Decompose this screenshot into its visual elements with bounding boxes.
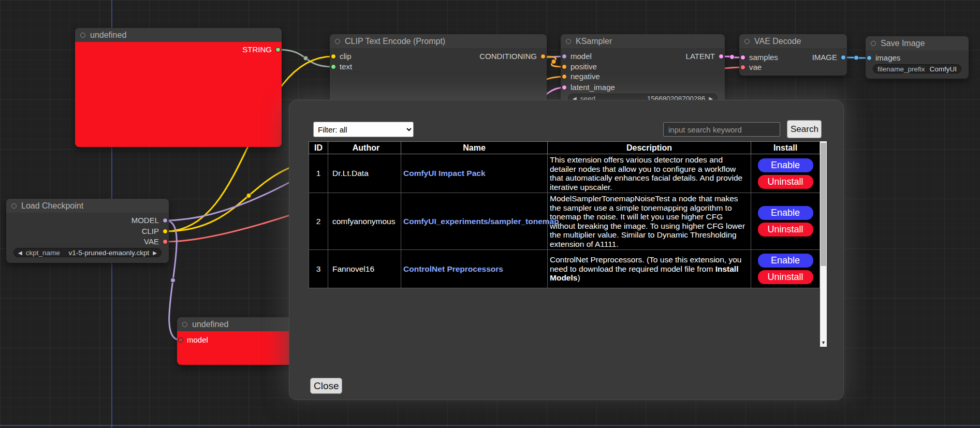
scrollbar[interactable]: ▼	[820, 141, 827, 347]
widget-ckpt_name[interactable]: ◀ckpt_namev1-5-pruned-emaonly.ckpt▶	[13, 248, 162, 257]
uninstall-button[interactable]: Uninstall	[758, 175, 813, 189]
uninstall-button[interactable]: Uninstall	[758, 270, 813, 284]
node-save-image[interactable]: Save Imageimagesfilename_prefixComfyUI	[866, 36, 969, 79]
node-body	[75, 42, 282, 147]
extension-row: 2comfyanonymousComfyUI_experiments/sampl…	[309, 193, 820, 250]
extension-row: 3Fannovel16ControlNet PreprocessorsContr…	[309, 250, 820, 288]
port-label: LATENT	[686, 52, 715, 61]
node-vae-decode[interactable]: VAE DecodesamplesvaeIMAGE	[739, 34, 847, 76]
increment-arrow-icon[interactable]: ▶	[153, 250, 157, 256]
input-port-samples[interactable]: samples	[740, 53, 778, 62]
port-dot-icon[interactable]	[275, 47, 281, 52]
extension-row: 1Dr.Lt.DataComfyUI Impact PackThis exten…	[309, 154, 820, 193]
scrollbar-down-arrow-icon[interactable]: ▼	[820, 340, 827, 346]
widget-filename_prefix[interactable]: filename_prefixComfyUI	[873, 64, 961, 73]
node-title-bar[interactable]: CLIP Text Encode (Prompt)	[330, 34, 547, 48]
input-port-images[interactable]: images	[867, 53, 900, 62]
extension-id: 3	[309, 250, 328, 288]
output-port-string[interactable]: STRING	[242, 45, 281, 54]
port-label: negative	[571, 72, 600, 81]
node-title-bar[interactable]: Load Checkpoint	[6, 199, 169, 213]
port-dot-icon[interactable]	[740, 65, 745, 70]
close-button[interactable]: Close	[310, 378, 342, 394]
port-dot-icon[interactable]	[740, 55, 745, 60]
output-port-image[interactable]: IMAGE	[812, 53, 846, 62]
port-label: STRING	[242, 45, 272, 54]
extension-link[interactable]: ComfyUI_experiments/sampler_tonemap	[403, 217, 559, 226]
node-undefined-bottom[interactable]: undefinedmodel	[177, 317, 296, 365]
scrollbar-thumb[interactable]	[821, 143, 826, 266]
port-dot-icon[interactable]	[841, 55, 846, 60]
port-dot-icon[interactable]	[163, 229, 168, 234]
extension-author: comfyanonymous	[328, 193, 401, 250]
node-title-bar[interactable]: Save Image	[866, 36, 969, 50]
collapse-dot-icon[interactable]	[11, 203, 17, 209]
port-label: VAE	[144, 237, 159, 246]
input-port-latent_image[interactable]: latent_image	[562, 83, 615, 92]
input-port-text[interactable]: text	[331, 62, 352, 71]
search-input[interactable]	[663, 122, 780, 137]
extension-install-cell: EnableUninstall	[751, 193, 820, 250]
extension-link[interactable]: ControlNet Preprocessors	[403, 264, 503, 273]
uninstall-button[interactable]: Uninstall	[758, 223, 813, 237]
extension-install-cell: EnableUninstall	[751, 250, 820, 288]
port-dot-icon[interactable]	[163, 239, 168, 244]
extension-manager-dialog: Filter: all Search IDAuthorNameDescripti…	[289, 100, 844, 400]
node-title: KSampler	[576, 37, 612, 46]
comfyui-canvas[interactable]: undefinedSTRINGCLIP Text Encode (Prompt)…	[0, 0, 980, 428]
port-dot-icon[interactable]	[540, 54, 546, 59]
node-title-bar[interactable]: undefined	[177, 317, 296, 331]
output-port-vae[interactable]: VAE	[144, 237, 168, 246]
collapse-dot-icon[interactable]	[744, 39, 750, 44]
port-dot-icon[interactable]	[331, 64, 336, 69]
search-button[interactable]: Search	[787, 120, 822, 138]
node-title-bar[interactable]: VAE Decode	[739, 34, 847, 48]
collapse-dot-icon[interactable]	[335, 39, 340, 44]
enable-button[interactable]: Enable	[758, 158, 813, 172]
enable-button[interactable]: Enable	[758, 206, 813, 220]
port-dot-icon[interactable]	[331, 54, 336, 59]
column-header-name: Name	[401, 142, 548, 154]
output-port-latent[interactable]: LATENT	[686, 52, 724, 61]
node-title: Save Image	[881, 39, 925, 48]
collapse-dot-icon[interactable]	[871, 41, 876, 46]
port-dot-icon[interactable]	[562, 74, 567, 79]
port-label: images	[875, 53, 900, 62]
output-port-conditioning[interactable]: CONDITIONING	[479, 52, 546, 61]
input-port-model[interactable]: model	[562, 52, 592, 61]
port-label: CONDITIONING	[479, 52, 537, 61]
input-port-negative[interactable]: negative	[562, 72, 600, 81]
extension-table: IDAuthorNameDescriptionInstall1Dr.Lt.Dat…	[309, 141, 820, 288]
port-label: MODEL	[131, 216, 159, 225]
node-title: undefined	[192, 320, 228, 329]
node-title-bar[interactable]: undefined	[75, 28, 282, 42]
filter-select[interactable]: Filter: all	[313, 122, 414, 137]
port-dot-icon[interactable]	[562, 54, 567, 59]
input-port-clip[interactable]: clip	[331, 52, 352, 61]
collapse-dot-icon[interactable]	[566, 39, 571, 44]
input-port-model[interactable]: model	[178, 335, 208, 344]
port-dot-icon[interactable]	[719, 54, 724, 59]
enable-button[interactable]: Enable	[758, 254, 813, 268]
decrement-arrow-icon[interactable]: ◀	[18, 250, 22, 256]
node-undefined-top[interactable]: undefinedSTRING	[75, 28, 282, 147]
output-port-clip[interactable]: CLIP	[142, 227, 168, 235]
collapse-dot-icon[interactable]	[182, 322, 187, 327]
input-port-vae[interactable]: vae	[740, 63, 762, 71]
port-dot-icon[interactable]	[163, 218, 168, 223]
output-port-model[interactable]: MODEL	[131, 216, 168, 225]
node-load-checkpoint[interactable]: Load CheckpointMODELCLIPVAE◀ckpt_namev1-…	[6, 199, 169, 263]
input-port-positive[interactable]: positive	[562, 62, 597, 71]
collapse-dot-icon[interactable]	[80, 33, 85, 38]
node-title-bar[interactable]: KSampler	[561, 34, 725, 48]
port-label: text	[340, 62, 352, 71]
widget-value: ComfyUI	[929, 65, 957, 73]
extension-link[interactable]: ComfyUI Impact Pack	[403, 169, 486, 178]
port-dot-icon[interactable]	[562, 64, 567, 69]
port-dot-icon[interactable]	[867, 55, 872, 61]
column-header-install: Install	[751, 142, 820, 154]
port-label: vae	[749, 63, 762, 71]
widget-name: filename_prefix	[877, 65, 925, 73]
port-dot-icon[interactable]	[178, 337, 183, 343]
port-dot-icon[interactable]	[562, 85, 567, 90]
